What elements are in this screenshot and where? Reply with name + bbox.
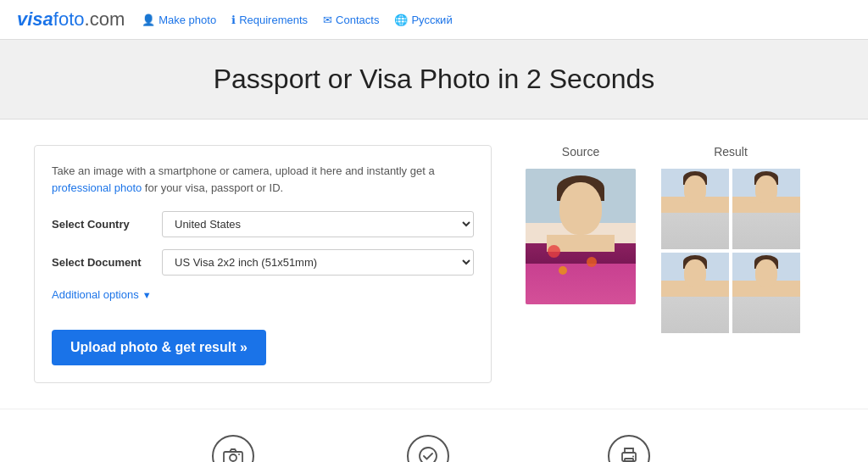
result-thumb-2 (732, 169, 800, 249)
bottom-item-how: How Does It Work? (179, 435, 288, 462)
svg-point-2 (238, 454, 240, 455)
person-icon: 👤 (142, 14, 155, 26)
nav-language[interactable]: 🌐 Русский (394, 14, 452, 26)
source-section: Source (526, 145, 636, 304)
upload-panel: Take an image with a smartphone or camer… (34, 145, 492, 383)
nav-contacts[interactable]: ✉ Contacts (323, 14, 379, 26)
country-label: Select Country (52, 218, 162, 231)
camera-icon (212, 435, 254, 462)
main-content: Take an image with a smartphone or camer… (0, 120, 868, 409)
result-thumb-1 (661, 169, 729, 249)
nav-requirements[interactable]: ℹ Requirements (231, 14, 308, 26)
source-label: Source (562, 145, 599, 159)
document-select[interactable]: US Visa 2x2 inch (51x51mm) (162, 249, 474, 276)
printer-icon (608, 435, 650, 462)
preview-panel: Source Result (526, 145, 800, 383)
country-row: Select Country United States (52, 211, 474, 237)
upload-button[interactable]: Upload photo & get result » (52, 330, 266, 365)
document-label: Select Document (52, 256, 162, 269)
svg-point-1 (230, 454, 236, 461)
bottom-section: How Does It Work? Acceptance Guaranteed?… (0, 409, 868, 462)
hero-title: Passport or Visa Photo in 2 Seconds (17, 64, 851, 95)
checkmark-icon (407, 435, 449, 462)
description-text: Take an image with a smartphone or camer… (52, 163, 474, 196)
country-select[interactable]: United States (162, 211, 474, 237)
bottom-item-prints: Do I get photo prints? (568, 435, 689, 462)
result-section: Result (661, 145, 800, 333)
result-label: Result (714, 145, 748, 159)
result-thumb-3 (661, 253, 729, 333)
nav: 👤 Make photo ℹ Requirements ✉ Contacts 🌐… (142, 14, 452, 26)
result-thumb-4 (732, 253, 800, 333)
source-photo (526, 169, 636, 304)
header: visafoto.com 👤 Make photo ℹ Requirements… (0, 0, 868, 40)
professional-photo-link[interactable]: professional photo (52, 181, 142, 194)
additional-options-link[interactable]: Additional options ▼ (52, 288, 152, 301)
result-grid (661, 169, 800, 333)
info-icon: ℹ (231, 14, 236, 26)
chevron-down-icon: ▼ (142, 290, 152, 300)
nav-make-photo[interactable]: 👤 Make photo (142, 14, 216, 26)
bottom-item-acceptance: Acceptance Guaranteed? (356, 435, 500, 462)
envelope-icon: ✉ (323, 14, 332, 26)
logo[interactable]: visafoto.com (17, 8, 125, 31)
hero-section: Passport or Visa Photo in 2 Seconds (0, 40, 868, 120)
document-row: Select Document US Visa 2x2 inch (51x51m… (52, 249, 474, 276)
svg-point-3 (420, 448, 437, 462)
svg-point-6 (632, 456, 634, 458)
globe-icon: 🌐 (394, 14, 408, 26)
